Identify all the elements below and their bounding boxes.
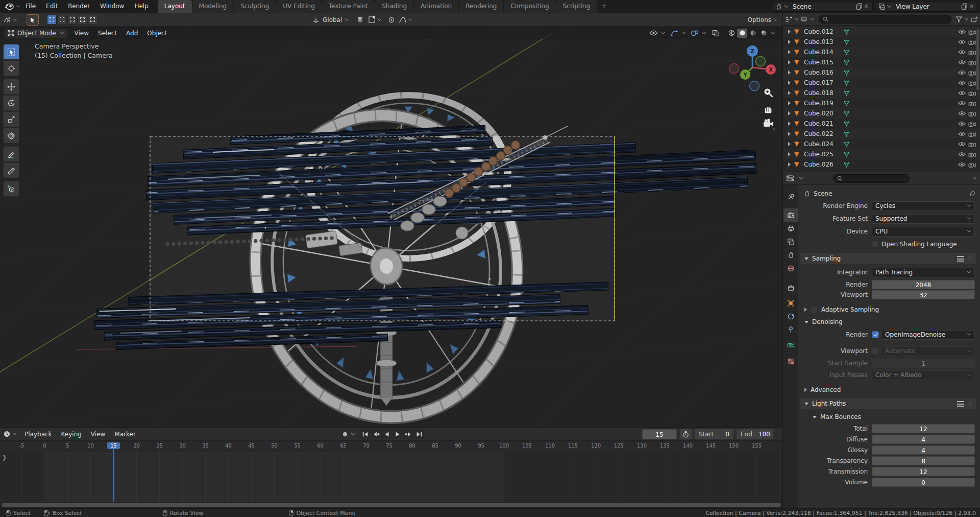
render-engine-dropdown[interactable]: Cycles: [872, 201, 975, 211]
workspace-tab[interactable]: Compositing: [504, 0, 555, 13]
ruler-frame-label[interactable]: 90: [447, 441, 470, 452]
tool-scale-button[interactable]: [3, 111, 19, 127]
sampling-panel-header[interactable]: Sampling ⠿: [800, 253, 976, 264]
scene-browse-chevron-icon[interactable]: [784, 4, 788, 8]
hide-in-viewport-eye-icon[interactable]: [958, 121, 966, 126]
tool-measure-button[interactable]: [3, 162, 19, 178]
samples-render-field[interactable]: 2048: [872, 280, 975, 289]
sync-chevron-icon[interactable]: [810, 16, 814, 20]
ruler-frame-label[interactable]: 55: [286, 441, 309, 452]
object-name[interactable]: Cube.020: [804, 110, 834, 117]
tab-view-layer[interactable]: [783, 235, 798, 248]
disable-in-renders-camera-icon[interactable]: [968, 70, 976, 76]
tab-tool[interactable]: [783, 190, 798, 203]
select-mode-subtract-button[interactable]: [67, 15, 77, 25]
mode-dropdown[interactable]: Object Mode: [4, 28, 68, 38]
integrator-dropdown[interactable]: Path Tracing: [872, 268, 975, 277]
select-mode-new-button[interactable]: [47, 15, 57, 25]
ruler-frame-label[interactable]: 105: [516, 441, 538, 452]
filter-chevron-icon[interactable]: [964, 16, 968, 20]
3d-viewport[interactable]: Global Options Object Mode: [0, 13, 782, 427]
outliner-row[interactable]: Cube.015: [783, 57, 980, 67]
disable-in-renders-camera-icon[interactable]: [968, 162, 976, 168]
ruler-frame-label[interactable]: 140: [676, 441, 699, 452]
outliner-row[interactable]: Cube.018: [783, 88, 980, 98]
denoise-viewport-checkbox[interactable]: [872, 347, 879, 355]
outliner-row[interactable]: Cube.026: [783, 159, 980, 170]
shading-material-button[interactable]: [748, 29, 758, 38]
jump-to-end-button[interactable]: [413, 430, 424, 439]
workspace-tab[interactable]: Sculpting: [234, 0, 276, 13]
denoising-header[interactable]: Denoising: [800, 317, 976, 327]
blender-menu-chevron-icon[interactable]: [16, 4, 20, 8]
scene-selector[interactable]: Scene ✕: [773, 1, 873, 12]
outliner-row[interactable]: Cube.024: [783, 139, 980, 149]
ruler-frame-label[interactable]: 125: [607, 441, 630, 452]
outliner-row[interactable]: Cube.022: [783, 129, 980, 139]
menubar-item[interactable]: File: [20, 0, 41, 13]
expand-arrow-icon[interactable]: [788, 70, 791, 75]
drag-grip-icon[interactable]: ⠿: [968, 401, 972, 406]
view-layer-name[interactable]: View Layer: [892, 3, 961, 10]
hide-in-viewport-eye-icon[interactable]: [958, 80, 966, 85]
tool-transform-button[interactable]: [3, 128, 19, 144]
presets-icon[interactable]: [957, 256, 964, 262]
new-collection-icon[interactable]: [970, 16, 978, 23]
ruler-frame-label[interactable]: 25: [148, 441, 171, 452]
light-paths-panel-header[interactable]: Light Paths ⠿: [800, 398, 976, 409]
disable-in-renders-camera-icon[interactable]: [968, 142, 976, 147]
zoom-icon[interactable]: [763, 87, 774, 98]
shading-rendered-button[interactable]: [758, 29, 769, 38]
tab-constraints[interactable]: [783, 323, 798, 336]
ruler-frame-label[interactable]: 45: [240, 441, 263, 452]
ruler-frame-label[interactable]: 85: [424, 441, 447, 452]
outliner-search-input[interactable]: [819, 15, 951, 24]
disable-in-renders-camera-icon[interactable]: [968, 121, 976, 127]
object-name[interactable]: Cube.015: [804, 59, 834, 66]
editor-type-chevron-icon[interactable]: [799, 175, 803, 179]
snap-magnet-icon[interactable]: [356, 16, 364, 24]
expand-arrow-icon[interactable]: [788, 162, 791, 167]
tab-physics[interactable]: [783, 310, 798, 323]
expand-arrow-icon[interactable]: [788, 91, 791, 95]
play-button[interactable]: [392, 430, 403, 439]
ruler-frame-label[interactable]: 120: [584, 441, 607, 452]
toggle-xray-icon[interactable]: [712, 30, 720, 37]
object-name[interactable]: Cube.018: [804, 89, 834, 97]
denoise-render-checkbox[interactable]: [872, 331, 879, 338]
object-name[interactable]: Cube.016: [804, 69, 834, 76]
bounce-value-field[interactable]: 12: [872, 467, 975, 476]
drag-grip-icon[interactable]: ⠿: [968, 256, 972, 261]
overlays-chevron-icon[interactable]: [702, 30, 706, 34]
expand-arrow-icon[interactable]: [788, 81, 791, 85]
menubar-item[interactable]: Render: [63, 0, 95, 13]
menubar-item[interactable]: Window: [95, 0, 129, 13]
workspace-tab[interactable]: Shading: [375, 0, 413, 13]
expand-arrow-icon[interactable]: [788, 122, 791, 126]
navigation-gizmo[interactable]: Z X Y: [727, 43, 778, 94]
advanced-header[interactable]: Advanced: [800, 385, 976, 395]
tool-select-box-button[interactable]: [3, 44, 19, 60]
viewport-menu-item[interactable]: Select: [93, 30, 121, 37]
expand-arrow-icon[interactable]: [788, 101, 791, 105]
jump-to-start-button[interactable]: [360, 430, 371, 439]
workspace-tab[interactable]: Rendering: [459, 0, 503, 13]
ruler-frame-label[interactable]: 20: [125, 441, 148, 452]
outliner-row[interactable]: Cube.025: [783, 149, 980, 159]
active-tool-select-box[interactable]: [27, 14, 39, 26]
object-name[interactable]: Cube.021: [804, 120, 834, 127]
expand-arrow-icon[interactable]: [788, 152, 791, 156]
workspace-tab[interactable]: UV Editing: [276, 0, 322, 13]
object-name[interactable]: Cube.025: [804, 151, 834, 158]
ruler-frame-label[interactable]: 35: [194, 441, 217, 452]
workspace-tab[interactable]: Scripting: [556, 0, 597, 13]
ruler-frame-label[interactable]: 150: [722, 441, 745, 452]
ruler-frame-label[interactable]: 5: [56, 441, 79, 452]
shading-solid-button[interactable]: [737, 29, 747, 38]
menubar-item[interactable]: Help: [129, 0, 153, 13]
properties-editor-type-icon[interactable]: [786, 175, 794, 182]
keying-chevron-icon[interactable]: [351, 431, 355, 435]
hide-in-viewport-eye-icon[interactable]: [958, 39, 966, 44]
workspace-tab[interactable]: Animation: [414, 0, 458, 13]
editor-type-button[interactable]: [3, 16, 17, 24]
